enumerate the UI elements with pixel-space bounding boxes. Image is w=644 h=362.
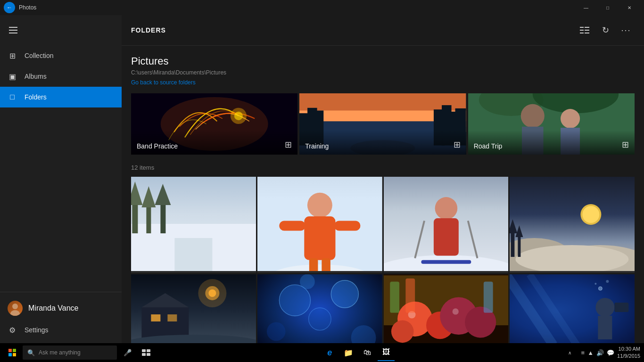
- app-body: ⊞ Collection ▣ Albums □ Folders M: [0, 15, 644, 343]
- taskbar-app-photos[interactable]: 🖼: [378, 344, 395, 361]
- photo-fruit[interactable]: [384, 274, 509, 343]
- svg-point-101: [599, 287, 603, 290]
- folder-icon-band-practice: ⊞: [285, 140, 292, 150]
- photo-underwater[interactable]: [510, 274, 635, 343]
- search-placeholder: Ask me anything: [39, 349, 81, 356]
- content-scroll[interactable]: Pictures C:\users\Miranda\Documents\Pict…: [122, 46, 644, 343]
- svg-rect-48: [322, 258, 330, 271]
- taskbar-center: e 📁 🛍 🖼: [321, 344, 395, 361]
- photo-winter-road[interactable]: [131, 177, 256, 273]
- svg-rect-104: [8, 349, 12, 352]
- photo-moonrise[interactable]: [510, 177, 635, 273]
- collection-label: Collection: [25, 52, 53, 59]
- app-title: Photos: [19, 4, 36, 11]
- photo-child-orange[interactable]: [257, 177, 382, 273]
- notification-icon[interactable]: 💬: [607, 349, 614, 356]
- folder-grid: Band Practice ⊞: [131, 93, 635, 155]
- taskbar-search[interactable]: 🔍 Ask me anything: [23, 346, 117, 360]
- hamburger-button[interactable]: [4, 21, 23, 40]
- svg-point-76: [279, 285, 310, 316]
- minimize-button[interactable]: —: [575, 0, 597, 15]
- folder-card-band-practice[interactable]: Band Practice ⊞: [131, 93, 297, 155]
- more-button[interactable]: ···: [618, 22, 635, 39]
- source-folders-link[interactable]: Go back to source folders: [131, 79, 196, 86]
- section-title: FOLDERS: [131, 26, 166, 34]
- svg-point-43: [307, 193, 332, 218]
- folders-label: Folders: [25, 93, 47, 101]
- svg-rect-72: [151, 314, 160, 321]
- content-header: FOLDERS ↻ ···: [122, 15, 644, 46]
- svg-point-58: [583, 206, 600, 223]
- svg-point-1: [10, 310, 20, 316]
- svg-point-51: [435, 197, 457, 220]
- folder-overlay-band-practice: Band Practice ⊞: [131, 130, 297, 155]
- svg-rect-106: [8, 353, 12, 356]
- folders-icon: □: [8, 92, 17, 102]
- taskbar-app-store[interactable]: 🛍: [359, 344, 376, 361]
- folder-card-training[interactable]: Training ⊞: [299, 93, 466, 155]
- mic-button[interactable]: 🎤: [119, 344, 136, 361]
- search-icon: 🔍: [27, 349, 35, 356]
- title-bar-left: ← Photos: [4, 2, 575, 13]
- sidebar-item-collection[interactable]: ⊞ Collection: [0, 45, 122, 66]
- svg-point-69: [208, 289, 216, 297]
- hamburger-icon: [9, 27, 17, 33]
- taskbar-app-edge[interactable]: e: [321, 344, 338, 361]
- svg-rect-52: [433, 218, 458, 255]
- taskbar: 🔍 Ask me anything 🎤 e 📁 🛍 🖼 ∧ ≡ ▲ 🔊 💬 10…: [0, 343, 644, 362]
- user-profile[interactable]: Miranda Vance: [0, 296, 122, 321]
- settings-label: Settings: [25, 326, 49, 334]
- photo-grid: [131, 177, 635, 343]
- folder-card-road-trip[interactable]: Road Trip ⊞: [468, 93, 635, 155]
- folder-name-road-trip: Road Trip: [474, 142, 503, 150]
- svg-rect-111: [147, 353, 150, 356]
- svg-rect-97: [598, 316, 612, 339]
- header-actions: ↻ ···: [576, 22, 635, 39]
- wifi-icon[interactable]: ▲: [587, 349, 594, 356]
- refresh-button[interactable]: ↻: [597, 22, 614, 39]
- close-button[interactable]: ✕: [619, 0, 640, 15]
- svg-rect-105: [13, 349, 16, 352]
- svg-rect-93: [483, 281, 493, 313]
- folder-name-training: Training: [305, 142, 329, 150]
- task-view-button[interactable]: [138, 344, 155, 361]
- settings-item[interactable]: ⚙ Settings: [0, 321, 122, 339]
- svg-rect-107: [13, 353, 16, 356]
- svg-rect-91: [390, 281, 399, 313]
- select-button[interactable]: [576, 22, 593, 39]
- start-button[interactable]: [4, 344, 21, 361]
- svg-rect-92: [405, 279, 415, 313]
- tray-expand-button[interactable]: ∧: [561, 344, 578, 361]
- collection-icon: ⊞: [8, 51, 17, 60]
- svg-point-81: [300, 274, 315, 289]
- taskbar-time[interactable]: 10:30 AM 11/9/2015: [617, 346, 640, 360]
- svg-rect-98: [615, 303, 629, 312]
- svg-point-102: [606, 280, 609, 283]
- svg-rect-3: [580, 30, 584, 31]
- svg-rect-73: [167, 314, 177, 321]
- svg-rect-55: [421, 260, 471, 264]
- photo-child-ski[interactable]: [384, 177, 509, 273]
- svg-rect-7: [585, 33, 589, 33]
- maximize-button[interactable]: □: [597, 0, 619, 15]
- pictures-section-header: Pictures C:\users\Miranda\Documents\Pict…: [131, 55, 635, 93]
- svg-point-79: [267, 322, 286, 341]
- speaker-icon[interactable]: 🔊: [596, 349, 604, 356]
- network-icon[interactable]: ≡: [581, 349, 585, 356]
- user-name: Miranda Vance: [28, 304, 78, 313]
- svg-point-11: [234, 112, 243, 120]
- taskbar-right: ∧ ≡ ▲ 🔊 💬 10:30 AM 11/9/2015: [561, 344, 640, 361]
- photo-cabin-night[interactable]: [131, 274, 256, 343]
- back-button[interactable]: ←: [4, 2, 15, 13]
- avatar: [8, 301, 23, 316]
- taskbar-app-explorer[interactable]: 📁: [340, 344, 357, 361]
- sidebar-nav: ⊞ Collection ▣ Albums □ Folders: [0, 45, 122, 292]
- svg-rect-5: [585, 27, 589, 28]
- svg-rect-110: [142, 353, 146, 356]
- svg-rect-108: [142, 349, 146, 352]
- sidebar-item-albums[interactable]: ▣ Albums: [0, 66, 122, 87]
- sidebar-item-folders[interactable]: □ Folders: [0, 87, 122, 107]
- folder-overlay-road-trip: Road Trip ⊞: [468, 130, 635, 155]
- svg-rect-46: [334, 221, 361, 230]
- photo-blue-abstract[interactable]: [257, 274, 382, 343]
